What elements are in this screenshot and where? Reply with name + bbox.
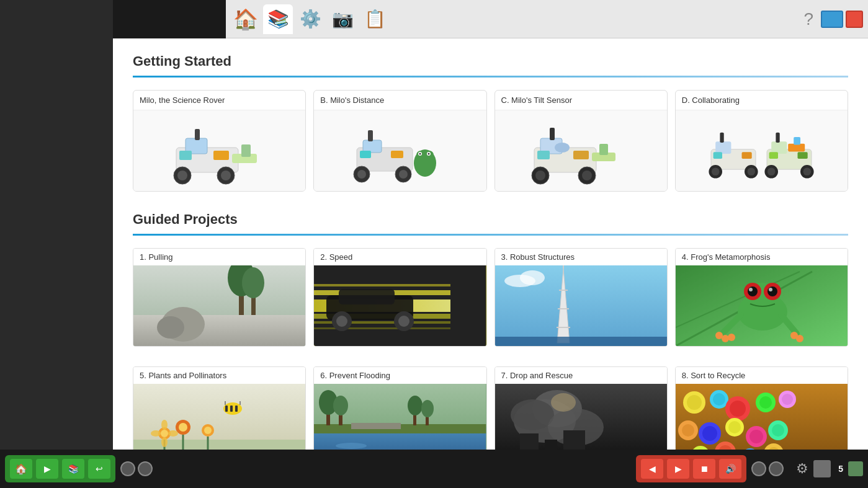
card-image-collaborating [676,110,848,191]
svg-rect-55 [769,152,778,159]
svg-point-15 [357,170,366,179]
project-card-drop[interactable]: 7. Drop and Rescue [494,366,668,450]
svg-rect-126 [230,406,233,412]
notes-button[interactable]: 📋 [360,4,390,34]
svg-point-79 [398,316,409,327]
svg-point-62 [157,316,184,339]
red-block-4[interactable]: 🔊 [719,459,741,479]
svg-rect-8 [213,151,229,160]
wheel-2 [138,461,153,476]
wheel-1 [120,461,135,476]
svg-point-17 [399,170,408,179]
window-red-button[interactable] [846,11,863,28]
green-block-1[interactable]: 🏠 [10,459,32,479]
svg-rect-10 [241,144,251,157]
scene-svg-recycle [676,384,848,450]
card-milos-distance[interactable]: B. Milo's Distance [313,90,486,192]
robot-svg-d [705,120,817,182]
green-block-3[interactable]: 📚 [62,459,84,479]
red-block-1[interactable]: ◀ [641,459,663,479]
svg-rect-127 [235,406,238,412]
svg-point-134 [333,396,348,415]
train-green-section: 🏠 ▶ 📚 ↩ [5,455,115,482]
train-red-section: ◀ ▶ ⏹ 🔊 [636,455,746,482]
green-small-button[interactable] [848,461,863,476]
project-label-recycle: 8. Sort to Recycle [676,367,848,384]
svg-rect-56 [798,152,808,159]
svg-point-150 [551,393,576,412]
green-wheels [120,461,153,476]
svg-point-38 [555,143,570,153]
red-block-2[interactable]: ▶ [667,459,689,479]
bottom-bar: 🏠 ▶ 📚 ↩ ◀ ▶ ⏹ 🔊 [0,450,868,488]
project-image-recycle [676,384,848,450]
project-card-robust[interactable]: 3. Robust Structures [494,248,668,347]
project-card-speed[interactable]: 2. Speed [313,248,486,347]
project-card-flood[interactable]: 6. Prevent Flooding [313,366,486,450]
svg-rect-58 [794,137,801,145]
svg-point-96 [748,286,758,296]
gear-button[interactable]: ⚙️ [295,4,325,34]
tool-icon-1[interactable]: ⚙ [796,461,808,477]
gray-block [813,460,831,477]
project-label-flood: 6. Prevent Flooding [314,367,486,384]
svg-point-4 [177,171,187,180]
page-number: 5 [838,464,843,474]
project-image-robust [495,265,667,346]
project-card-plants[interactable]: 5. Plants and Pollinators [133,366,306,450]
robot-svg-c [525,117,637,185]
svg-point-159 [759,396,772,409]
svg-point-104 [728,334,735,341]
project-card-frog[interactable]: 4. Frog's Metamorphosis [675,248,848,347]
svg-rect-13 [368,130,373,141]
project-card-pulling[interactable]: 1. Pulling [133,248,306,347]
scene-svg-frog [676,265,848,346]
camera-button[interactable]: 📷 [328,4,357,34]
svg-rect-18 [360,151,371,158]
svg-rect-75 [339,289,395,304]
svg-rect-35 [573,151,589,159]
svg-point-169 [749,430,763,443]
svg-point-161 [782,394,793,405]
svg-point-155 [713,393,725,406]
card-collaborating[interactable]: D. Collaborating [675,90,848,192]
notes-icon: 📋 [364,9,386,29]
svg-point-54 [803,167,812,175]
svg-point-171 [772,424,784,437]
camera-icon: 📷 [332,9,354,29]
green-icon-1: 🏠 [15,463,27,475]
bottom-right-tools: ⚙ 5 [796,460,863,477]
svg-rect-2 [195,129,200,140]
svg-rect-108 [133,440,305,450]
project-card-recycle[interactable]: 8. Sort to Recycle [675,366,848,450]
scene-svg-flood [314,384,486,450]
svg-point-138 [421,400,434,417]
window-blue-button[interactable] [821,11,843,28]
svg-rect-68 [314,284,450,286]
svg-point-163 [682,424,694,437]
svg-point-121 [168,430,178,437]
book-tab-button[interactable]: 📚 [263,4,293,34]
wheel-3 [751,461,766,476]
card-image-milos-distance [314,110,486,191]
green-block-4[interactable]: ↩ [88,459,110,479]
svg-rect-147 [520,433,539,450]
home-button[interactable]: 🏠 [231,4,261,34]
card-image-milo-science [133,110,305,191]
card-milos-tilt[interactable]: C. Milo's Tilt Sensor [494,90,668,192]
svg-point-66 [242,267,264,298]
green-block-2[interactable]: ▶ [36,459,58,479]
green-icon-2: ▶ [44,464,51,474]
svg-point-31 [535,171,545,180]
gear-icon: ⚙️ [300,9,321,29]
guided-projects-title: Guided Projects [133,211,848,228]
red-block-3[interactable]: ⏹ [693,459,715,479]
red-icon-1: ◀ [649,464,656,474]
svg-point-97 [767,286,777,296]
svg-rect-139 [351,423,401,429]
svg-point-136 [408,396,423,415]
svg-point-88 [520,270,545,285]
svg-point-112 [179,423,187,432]
help-button[interactable]: ? [803,9,813,29]
card-milo-science[interactable]: Milo, the Science Rover [133,90,306,192]
